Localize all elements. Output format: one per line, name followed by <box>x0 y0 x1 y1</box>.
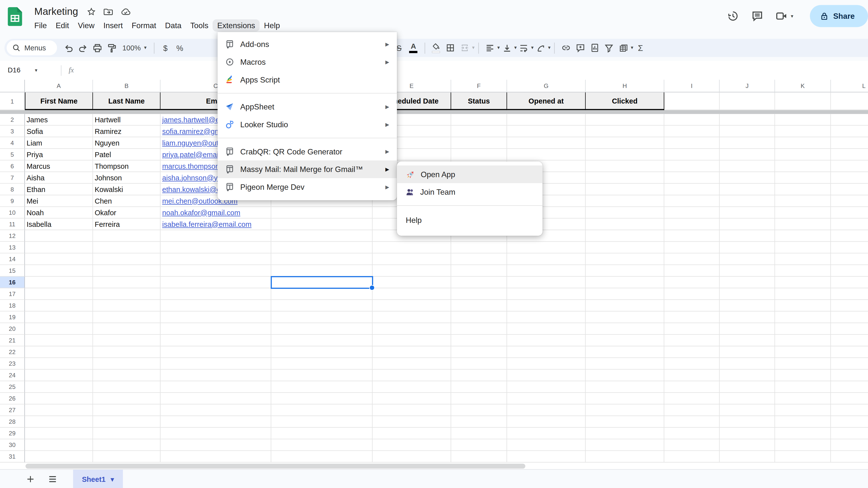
cell-B20[interactable] <box>93 323 160 335</box>
cell-J6[interactable] <box>720 160 775 172</box>
cell-C17[interactable] <box>160 288 271 300</box>
cell-H29[interactable] <box>586 428 664 439</box>
cell-G19[interactable] <box>507 312 586 323</box>
cell-B14[interactable] <box>93 254 160 265</box>
cell-A17[interactable] <box>25 288 93 300</box>
cell-I6[interactable] <box>664 160 720 172</box>
row-number-19[interactable]: 19 <box>0 312 25 323</box>
cell-D19[interactable] <box>271 312 373 323</box>
cell-B27[interactable] <box>93 404 160 416</box>
row-number-10[interactable]: 10 <box>0 207 25 219</box>
cell-B21[interactable] <box>93 335 160 347</box>
cell-K8[interactable] <box>775 184 831 195</box>
column-header-K[interactable]: K <box>775 79 831 92</box>
cell-J29[interactable] <box>720 428 775 439</box>
cell-A8[interactable]: Ethan <box>25 184 93 195</box>
print-button[interactable] <box>90 41 104 55</box>
cell-J17[interactable] <box>720 288 775 300</box>
cell-J24[interactable] <box>720 370 775 381</box>
cell-F28[interactable] <box>451 416 507 428</box>
cell-B8[interactable]: Kowalski <box>93 184 160 195</box>
column-header-A[interactable]: A <box>25 79 93 92</box>
cell-I2[interactable] <box>664 114 720 126</box>
cell-D24[interactable] <box>271 370 373 381</box>
cell-J13[interactable] <box>720 242 775 254</box>
cell-K29[interactable] <box>775 428 831 439</box>
cell-J18[interactable] <box>720 300 775 312</box>
cell-K27[interactable] <box>775 404 831 416</box>
undo-button[interactable] <box>62 41 76 55</box>
cell-F30[interactable] <box>451 439 507 451</box>
cell-C26[interactable] <box>160 393 271 404</box>
cell-K19[interactable] <box>775 312 831 323</box>
cell-J3[interactable] <box>720 126 775 137</box>
cell-A7[interactable]: Aisha <box>25 172 93 184</box>
cell-L9[interactable] <box>831 195 868 207</box>
cell-H2[interactable] <box>586 114 664 126</box>
cell-G26[interactable] <box>507 393 586 404</box>
cell-A26[interactable] <box>25 393 93 404</box>
cell-K11[interactable] <box>775 219 831 230</box>
cell-G15[interactable] <box>507 265 586 277</box>
menu-item-looker-studio[interactable]: Looker Studio ▶ <box>218 116 397 133</box>
cell-J10[interactable] <box>720 207 775 219</box>
cell-B2[interactable]: Hartwell <box>93 114 160 126</box>
cell-B7[interactable]: Johnson <box>93 172 160 184</box>
cell-G13[interactable] <box>507 242 586 254</box>
cell-E27[interactable] <box>373 404 451 416</box>
cell-A29[interactable] <box>25 428 93 439</box>
cell-L14[interactable] <box>831 254 868 265</box>
text-rotation-caret-icon[interactable]: ▾ <box>548 45 551 51</box>
cell-L17[interactable] <box>831 288 868 300</box>
cell-I1[interactable] <box>664 92 720 110</box>
row-number-4[interactable]: 4 <box>0 137 25 149</box>
cell-A15[interactable] <box>25 265 93 277</box>
cell-G16[interactable] <box>507 277 586 288</box>
menu-item-add-ons[interactable]: Add-ons ▶ <box>218 35 397 53</box>
cell-J20[interactable] <box>720 323 775 335</box>
cell-F5[interactable] <box>451 149 507 160</box>
cell-G25[interactable] <box>507 381 586 393</box>
cell-K23[interactable] <box>775 358 831 370</box>
cell-J7[interactable] <box>720 172 775 184</box>
cell-G2[interactable] <box>507 114 586 126</box>
cell-H9[interactable] <box>586 195 664 207</box>
cell-I8[interactable] <box>664 184 720 195</box>
row-number-31[interactable]: 31 <box>0 451 25 462</box>
cell-E23[interactable] <box>373 358 451 370</box>
cell-D30[interactable] <box>271 439 373 451</box>
row-number-7[interactable]: 7 <box>0 172 25 184</box>
cell-F27[interactable] <box>451 404 507 416</box>
cell-C31[interactable] <box>160 451 271 462</box>
cell-E30[interactable] <box>373 439 451 451</box>
cell-L20[interactable] <box>831 323 868 335</box>
row-number-14[interactable]: 14 <box>0 254 25 265</box>
cell-E26[interactable] <box>373 393 451 404</box>
cell-K15[interactable] <box>775 265 831 277</box>
cell-F3[interactable] <box>451 126 507 137</box>
row-number-28[interactable]: 28 <box>0 416 25 428</box>
cell-L28[interactable] <box>831 416 868 428</box>
merge-caret-icon[interactable]: ▾ <box>472 45 475 51</box>
paint-format-button[interactable] <box>104 41 119 55</box>
cell-B11[interactable]: Ferreira <box>93 219 160 230</box>
cell-G23[interactable] <box>507 358 586 370</box>
row-number-23[interactable]: 23 <box>0 358 25 370</box>
cell-A10[interactable]: Noah <box>25 207 93 219</box>
cell-E19[interactable] <box>373 312 451 323</box>
cell-I3[interactable] <box>664 126 720 137</box>
row-number-20[interactable]: 20 <box>0 323 25 335</box>
cell-K18[interactable] <box>775 300 831 312</box>
row-number-27[interactable]: 27 <box>0 404 25 416</box>
move-folder-icon[interactable] <box>103 7 113 16</box>
cell-D26[interactable] <box>271 393 373 404</box>
row-number-18[interactable]: 18 <box>0 300 25 312</box>
add-sheet-button[interactable] <box>22 471 39 488</box>
cell-J8[interactable] <box>720 184 775 195</box>
cell-D23[interactable] <box>271 358 373 370</box>
cell-E31[interactable] <box>373 451 451 462</box>
cell-H28[interactable] <box>586 416 664 428</box>
cell-L10[interactable] <box>831 207 868 219</box>
row-number-15[interactable]: 15 <box>0 265 25 277</box>
cell-C24[interactable] <box>160 370 271 381</box>
